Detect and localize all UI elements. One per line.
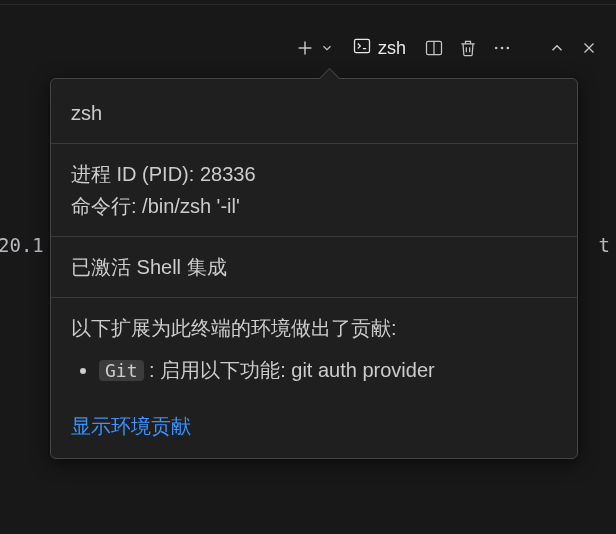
svg-point-4 (507, 47, 510, 50)
terminal-icon (352, 36, 372, 61)
extension-name-badge: Git (99, 360, 144, 381)
terminal-info-popover: zsh 进程 ID (PID): 28336 命令行: /bin/zsh '-i… (50, 78, 578, 459)
svg-rect-0 (354, 39, 369, 52)
popover-title: zsh (51, 79, 577, 143)
terminal-tab[interactable]: zsh (352, 36, 406, 61)
terminal-tab-label: zsh (378, 38, 406, 59)
svg-point-3 (501, 47, 504, 50)
show-env-contributions-link[interactable]: 显示环境贡献 (71, 415, 191, 437)
env-contrib-item: Git : 启用以下功能: git auth provider (99, 354, 557, 386)
terminal-output-fragment: t (599, 234, 610, 256)
terminal-output-fragment: 20.1 (0, 234, 44, 256)
more-actions-button[interactable] (492, 38, 512, 58)
svg-point-2 (495, 47, 498, 50)
new-terminal-dropdown[interactable] (320, 41, 334, 55)
terminal-toolbar: zsh (0, 28, 616, 68)
new-terminal-button[interactable] (294, 37, 316, 59)
env-contrib-heading: 以下扩展为此终端的环境做出了贡献: (71, 312, 557, 344)
maximize-panel-button[interactable] (548, 39, 566, 57)
process-id-line: 进程 ID (PID): 28336 (71, 158, 557, 190)
close-panel-button[interactable] (580, 39, 598, 57)
split-terminal-button[interactable] (424, 38, 444, 58)
kill-terminal-button[interactable] (458, 38, 478, 58)
extension-contrib-text: : 启用以下功能: git auth provider (144, 359, 435, 381)
shell-integration-status: 已激活 Shell 集成 (71, 251, 557, 283)
command-line: 命令行: /bin/zsh '-il' (71, 190, 557, 222)
